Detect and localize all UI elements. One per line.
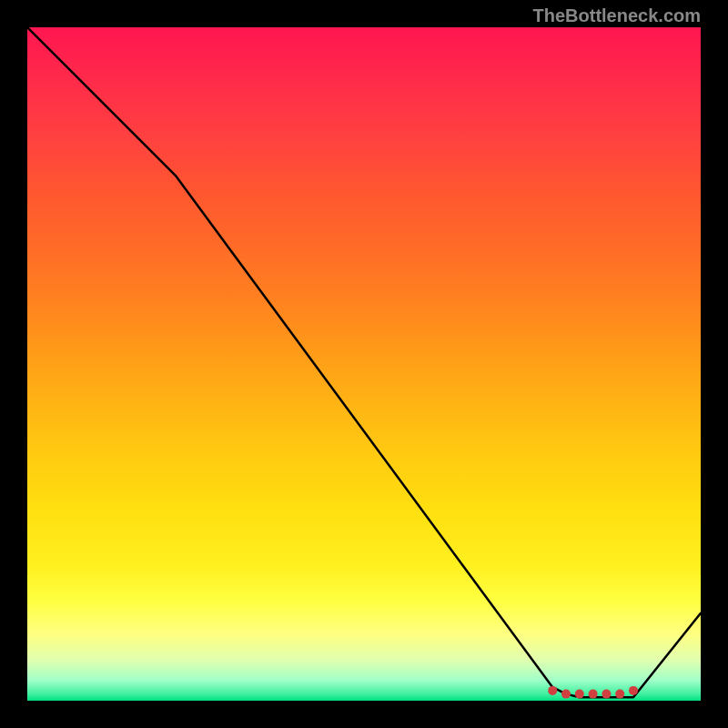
plot-gradient-background [27,27,701,701]
chart-container: { "attribution": "TheBottleneck.com", "c… [0,0,728,728]
attribution-text: TheBottleneck.com [533,5,701,26]
